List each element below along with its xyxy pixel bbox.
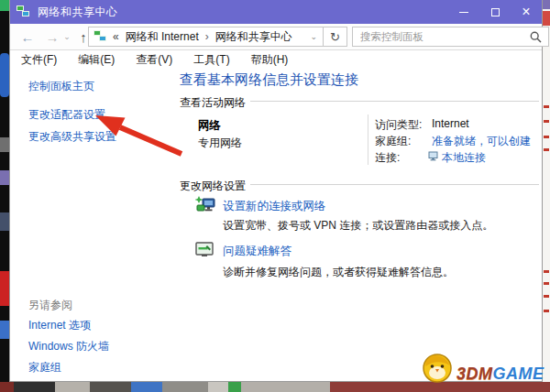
background-fragment (90, 382, 131, 392)
access-type-label: 访问类型: (375, 117, 422, 133)
address-dropdown-icon[interactable]: ⌄ (310, 32, 317, 41)
address-bar[interactable]: « 网络和 Internet › 网络和共享中心 ⌄ (88, 27, 324, 47)
background-fragment (0, 0, 9, 11)
background-fragment (544, 295, 549, 298)
navigation-toolbar: ← → ⌄ ↑ « 网络和 Internet › 网络和共享中心 ⌄ ↻ (10, 24, 542, 50)
history-dropdown-icon[interactable]: ⌄ (61, 24, 72, 49)
search-input[interactable] (353, 27, 548, 46)
watermark: 3DMGAME (420, 351, 544, 384)
background-fragment (241, 382, 330, 392)
see-also-header: 另请参阅 (28, 298, 72, 313)
background-fragment (0, 212, 9, 231)
new-connection-icon (195, 196, 217, 214)
background-fragment (0, 53, 9, 97)
sidebar-item-internet-options[interactable]: Internet 选项 (28, 318, 91, 333)
homegroup-status-link[interactable]: 准备就绪，可以创建 (432, 134, 531, 149)
close-button[interactable]: × (511, 0, 542, 24)
network-name: 网络 (198, 118, 221, 134)
background-fragment (0, 321, 9, 339)
watermark-3dm: 3DM (456, 365, 493, 383)
troubleshoot-icon (195, 242, 214, 257)
local-connection-link[interactable]: 本地连接 (442, 150, 486, 166)
breadcrumb-overflow-icon[interactable]: « (113, 30, 119, 43)
network-detail-divider (368, 114, 368, 165)
search-icon[interactable] (530, 31, 542, 43)
background-fragment (0, 271, 9, 306)
title-bar: 网络和共享中心 × (10, 0, 542, 24)
background-fragment (544, 282, 549, 285)
background-fragment (0, 137, 9, 152)
forward-button[interactable]: → (41, 24, 63, 49)
ethernet-icon (428, 151, 438, 161)
sidebar-item-change-adapter-settings[interactable]: 更改适配器设置 (28, 107, 105, 123)
menu-view[interactable]: 查看(V) (126, 52, 183, 68)
breadcrumb-separator-icon: › (205, 30, 209, 43)
menu-tools[interactable]: 工具(T) (183, 52, 240, 68)
setup-new-connection-desc: 设置宽带、拨号或 VPN 连接；或设置路由器或接入点。 (223, 218, 493, 234)
menu-help[interactable]: 帮助(H) (241, 52, 300, 68)
network-location-icon (94, 30, 107, 43)
homegroup-label: 家庭组: (375, 134, 411, 149)
search-box (352, 27, 549, 47)
setup-new-connection-link[interactable]: 设置新的连接或网络 (223, 199, 326, 214)
watermark-text: 3DMGAME (456, 365, 544, 384)
active-networks-section-header: 查看活动网络 (180, 95, 246, 111)
watermark-game: GAME (493, 365, 544, 383)
sidebar-item-advanced-sharing[interactable]: 更改高级共享设置 (28, 129, 116, 145)
background-fragment (544, 136, 549, 138)
network-type: 专用网络 (198, 136, 242, 151)
connections-label: 连接: (375, 150, 400, 166)
breadcrumb-item[interactable]: 网络和共享中心 (215, 29, 292, 45)
troubleshoot-link[interactable]: 问题疑难解答 (223, 244, 292, 259)
background-fragment (544, 148, 549, 151)
background-left-strip (0, 0, 9, 392)
background-fragment (162, 382, 208, 392)
background-fragment (543, 11, 550, 26)
access-type-value: Internet (432, 117, 469, 130)
breadcrumb-item[interactable]: 网络和 Internet (126, 29, 199, 45)
network-app-icon (16, 5, 30, 18)
background-fragment (544, 120, 549, 123)
change-settings-section-header: 更改网络设置 (180, 179, 246, 194)
menu-bar: 文件(F) 编辑(E) 查看(V) 工具(T) 帮助(H) (10, 50, 542, 69)
minimize-button[interactable] (448, 0, 479, 24)
back-button[interactable]: ← (16, 24, 39, 49)
sidebar-item-control-panel-home[interactable]: 控制面板主页 (28, 79, 94, 94)
section-divider (250, 101, 539, 102)
background-fragment (544, 270, 549, 273)
maximize-button[interactable] (479, 0, 511, 24)
refresh-button[interactable]: ↻ (323, 27, 347, 47)
background-fragment (544, 105, 549, 108)
section-divider (250, 184, 539, 185)
background-fragment (14, 382, 55, 392)
background-fragment (208, 382, 228, 392)
background-fragment (0, 382, 14, 392)
window-title: 网络和共享中心 (38, 5, 118, 20)
menu-edit[interactable]: 编辑(E) (68, 52, 126, 68)
page-title: 查看基本网络信息并设置连接 (180, 71, 358, 89)
screenshot-root: 网络和共享中心 × ← → ⌄ ↑ « 网络和 Internet › 网络和共享… (0, 0, 550, 392)
background-fragment (131, 382, 162, 392)
sidebar-item-windows-firewall[interactable]: Windows 防火墙 (28, 339, 109, 354)
background-right-strip (543, 0, 550, 392)
sidebar-item-homegroup[interactable]: 家庭组 (28, 360, 61, 376)
3dm-mascot-icon (420, 351, 456, 384)
background-fragment (543, 0, 550, 9)
background-fragment (228, 382, 241, 392)
background-fragment (544, 310, 549, 312)
background-fragment (0, 170, 9, 185)
menu-file[interactable]: 文件(F) (10, 52, 68, 68)
troubleshoot-desc: 诊断并修复网络问题，或者获得疑难解答信息。 (223, 265, 454, 280)
network-sharing-center-window: 网络和共享中心 × ← → ⌄ ↑ « 网络和 Internet › 网络和共享… (9, 0, 543, 382)
background-fragment (55, 382, 90, 392)
